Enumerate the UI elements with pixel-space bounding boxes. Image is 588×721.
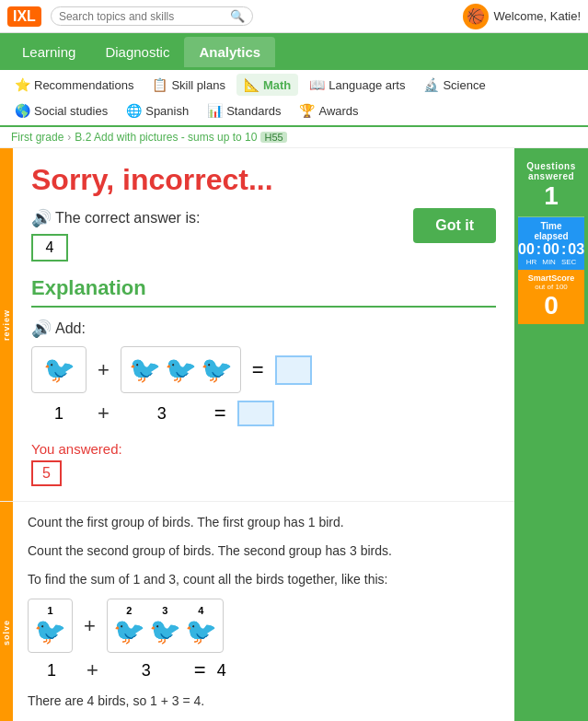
subject-science[interactable]: 🔬 Science [416,74,492,96]
subject-tabs: ⭐ Recommendations 📋 Skill plans 📐 Math 📖… [0,70,588,127]
bird-equation: 🐦 + 🐦 🐦 🐦 = [31,346,496,393]
final-text: There are 4 birds, so 1 + 3 = 4. [28,693,500,708]
bird-num-1: 1 [47,605,52,616]
time-unit-labels: HR MIN SEC [520,258,582,266]
tab-diagnostic[interactable]: Diagnostic [90,37,184,67]
right-panel: Questionsanswered 1 Timeelapsed 00 : 00 … [514,148,588,721]
subject-spanish[interactable]: 🌐 Spanish [119,99,196,122]
top-bar: IXL 🔍 🏀 Welcome, Katie! [0,0,588,33]
time-sep2: : [561,241,566,258]
incorrect-header: Sorry, incorrect... [31,163,496,197]
step-3: To find the sum of 1 and 3, count all th… [28,570,500,589]
spanish-label: Spanish [145,104,189,118]
search-icon: 🔍 [230,9,245,23]
equals-label: = [214,401,226,425]
user-answer: 5 [31,460,62,486]
science-label: Science [443,78,485,92]
bird-num-4: 4 [198,605,203,616]
subject-recommendations[interactable]: ⭐ Recommendations [7,74,141,96]
avatar: 🏀 [463,4,489,29]
questions-answered-value: 1 [520,181,582,211]
got-it-button[interactable]: Got it [413,208,496,243]
speaker-icon: 🔊 [31,208,52,228]
numbers-row: 1 + 3 = [31,401,496,426]
standards-icon: 📊 [207,103,223,118]
final-num-3: 3 [110,661,183,680]
correct-answer-section: Got it 🔊 The correct answer is: 4 [31,208,496,262]
answer-input[interactable] [237,401,274,426]
bird-1: 🐦 [43,355,75,385]
smart-score-sublabel: out of 100 [520,283,582,291]
bird-img-4: 🐦 [185,616,217,646]
questions-answered-label: Questionsanswered [520,161,582,181]
subject-skill-plans[interactable]: 📋 Skill plans [144,74,233,96]
final-equals: = [194,658,206,682]
subject-social-studies[interactable]: 🌎 Social studies [7,99,115,122]
subject-language-arts[interactable]: 📖 Language arts [302,74,412,96]
correct-answer-value: 4 [31,234,68,262]
final-plus: + [86,658,98,682]
breadcrumb-skill[interactable]: B.2 Add with pictures - sums up to 10 [75,131,257,144]
smart-score-box: SmartScore out of 100 0 [518,270,584,324]
explanation-area: solve Count the first group of birds. Th… [0,501,514,721]
sec-label: SEC [561,258,576,266]
question-area: review Sorry, incorrect... Got it 🔊 The … [0,148,514,501]
explanation-steps: Count the first group of birds. The firs… [13,502,514,721]
bird-img-2: 🐦 [113,616,145,646]
awards-icon: 🏆 [299,103,315,118]
time-sec: 03 [568,241,584,258]
second-bird-group: 🐦 🐦 🐦 [121,346,241,393]
awards-label: Awards [318,104,358,118]
user-area: 🏀 Welcome, Katie! [463,4,581,29]
subject-math[interactable]: 📐 Math [236,74,298,96]
equals-op: = [252,358,264,382]
subject-awards[interactable]: 🏆 Awards [292,99,365,122]
step-2: Count the second group of birds. The sec… [28,541,500,561]
tab-analytics[interactable]: Analytics [184,37,275,67]
final-num-1: 1 [28,661,75,680]
time-display: 00 : 00 : 03 [520,241,582,258]
review-tab[interactable]: review [0,148,13,501]
smart-score-label: SmartScore [520,273,582,283]
first-bird-group: 🐦 [31,346,86,393]
search-bar: 🔍 [51,6,253,26]
plus-label: + [98,401,110,425]
add-label: 🔊 Add: [31,319,496,339]
skill-plans-icon: 📋 [152,77,167,92]
time-elapsed-label: Timeelapsed [520,221,582,241]
final-numbers-row: 1 + 3 = 4 [28,658,500,682]
bird-3: 🐦 [165,355,197,385]
time-elapsed-box: Timeelapsed 00 : 00 : 03 HR MIN SEC [518,217,584,270]
add-speaker-icon: 🔊 [31,319,52,339]
math-label: Math [263,78,291,92]
recommendations-icon: ⭐ [15,77,30,92]
tab-learning[interactable]: Learning [7,37,90,67]
skill-plans-label: Skill plans [171,78,225,92]
breadcrumb-level[interactable]: First grade [11,131,63,144]
add-text: Add: [55,320,86,337]
math-icon: 📐 [244,77,259,92]
time-sep1: : [536,241,541,258]
plus-op-2: + [84,614,96,638]
bird-num-2: 2 [126,605,132,616]
search-input[interactable] [59,10,226,23]
answer-blank [275,355,312,385]
solve-tab[interactable]: solve [0,502,13,721]
content-panel: Sorry, incorrect... Got it 🔊 The correct… [13,148,514,501]
bird-num-3: 3 [162,605,167,616]
min-label: MIN [542,258,556,266]
correct-answer-label: The correct answer is: [55,210,200,227]
you-answered-label: You answered: [31,441,496,457]
num-3: 3 [121,404,203,424]
subject-standards[interactable]: 📊 Standards [200,99,288,122]
breadcrumb: First grade › B.2 Add with pictures - su… [0,127,588,148]
spanish-icon: 🌐 [126,103,142,118]
recommendations-label: Recommendations [34,78,133,92]
numbered-bird-equation: 1 🐦 + 2 🐦 3 🐦 4 [28,599,500,653]
ixl-logo[interactable]: IXL [7,6,41,27]
add-section: 🔊 Add: 🐦 + 🐦 🐦 🐦 [31,319,496,426]
bird-4: 🐦 [201,355,233,385]
hr-label: HR [526,258,537,266]
science-icon: 🔬 [423,77,439,92]
language-arts-label: Language arts [329,78,405,92]
